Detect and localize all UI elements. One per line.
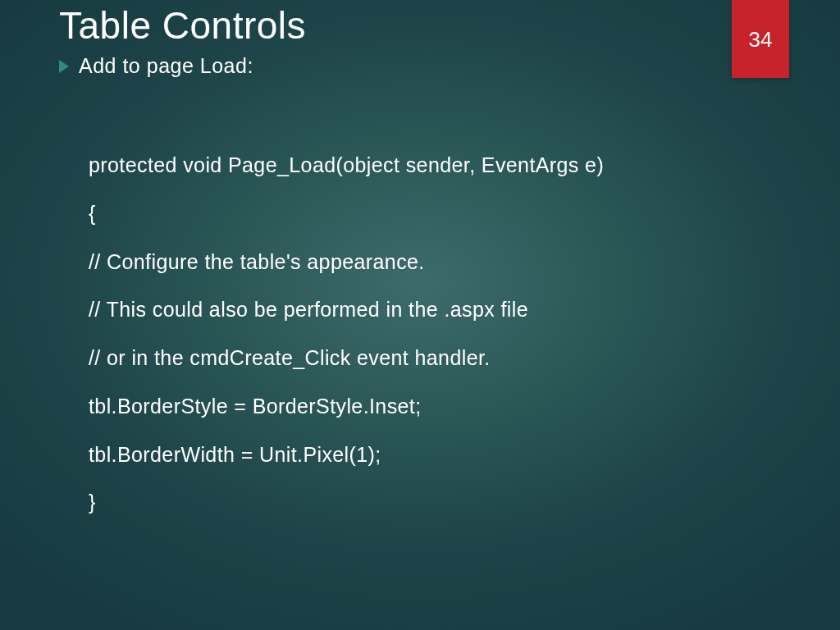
code-line: // or in the cmdCreate_Click event handl…	[89, 345, 791, 372]
page-number: 34	[749, 27, 773, 52]
code-line: tbl.BorderWidth = Unit.Pixel(1);	[89, 441, 791, 469]
code-line: {	[89, 200, 791, 228]
code-line: protected void Page_Load(object sender, …	[89, 152, 791, 180]
bullet-item: Add to page Load:	[59, 54, 253, 78]
triangle-right-icon	[59, 60, 69, 73]
bullet-label: Add to page Load:	[79, 54, 253, 78]
code-line: // Configure the table's appearance.	[89, 249, 791, 276]
code-block: protected void Page_Load(object sender, …	[89, 152, 791, 537]
slide-title: Table Controls	[59, 3, 306, 48]
code-line: tbl.BorderStyle = BorderStyle.Inset;	[89, 393, 791, 421]
slide: Table Controls 34 Add to page Load: prot…	[0, 0, 840, 630]
code-line: }	[89, 489, 791, 517]
code-line: // This could also be performed in the .…	[89, 296, 791, 324]
page-number-badge: 34	[732, 0, 789, 78]
